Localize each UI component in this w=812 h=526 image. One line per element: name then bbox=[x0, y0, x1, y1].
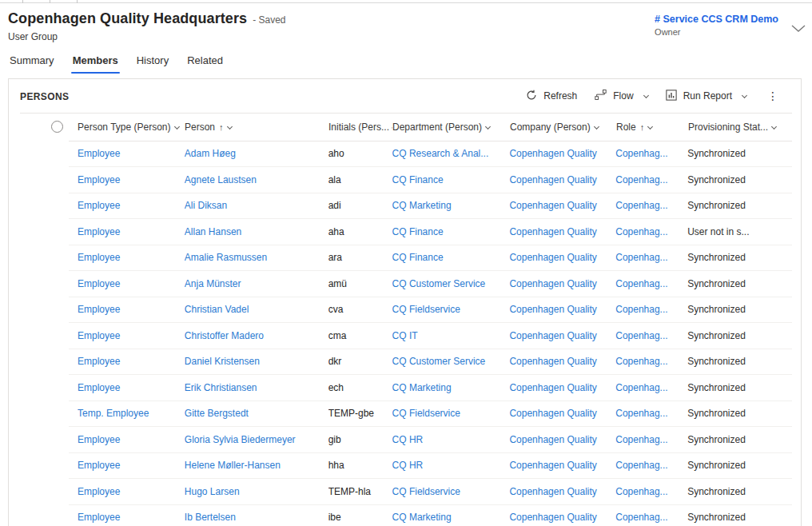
cell-role[interactable]: Copenhag... bbox=[615, 460, 687, 471]
cell-person[interactable]: Agnete Laustsen bbox=[185, 174, 328, 185]
table-row[interactable]: EmployeeAdam HøegahoCQ Research & Anal..… bbox=[69, 141, 792, 168]
cell-department[interactable]: CQ Marketing bbox=[392, 382, 510, 393]
cell-role[interactable]: Copenhag... bbox=[615, 148, 687, 159]
cell-person[interactable]: Helene Møller-Hansen bbox=[185, 460, 328, 471]
cell-role[interactable]: Copenhag... bbox=[615, 486, 687, 497]
column-header-department[interactable]: Department (Person) bbox=[392, 122, 510, 133]
cell-type[interactable]: Employee bbox=[78, 174, 185, 185]
table-row[interactable]: Temp. EmployeeGitte BergstedtTEMP-gbeCQ … bbox=[69, 401, 792, 428]
cell-department[interactable]: CQ Fieldservice bbox=[392, 304, 510, 315]
table-row[interactable]: EmployeeAnja MünsteramüCQ Customer Servi… bbox=[69, 271, 792, 297]
table-row[interactable]: EmployeeAli DiksanadiCQ MarketingCopenha… bbox=[69, 193, 792, 220]
cell-type[interactable]: Employee bbox=[78, 434, 185, 445]
cell-department[interactable]: CQ Finance bbox=[392, 252, 510, 263]
cell-company[interactable]: Copenhagen Quality bbox=[509, 148, 615, 159]
cell-department[interactable]: CQ Finance bbox=[392, 226, 510, 237]
cell-person[interactable]: Ib Bertelsen bbox=[185, 512, 328, 523]
cell-department[interactable]: CQ Fieldservice bbox=[392, 486, 510, 497]
cell-type[interactable]: Employee bbox=[78, 226, 185, 237]
cell-department[interactable]: CQ HR bbox=[392, 434, 510, 445]
table-row[interactable]: EmployeeDaniel KristensendkrCQ Customer … bbox=[69, 349, 792, 376]
cell-type[interactable]: Employee bbox=[78, 304, 185, 315]
cell-company[interactable]: Copenhagen Quality bbox=[509, 434, 615, 445]
tab-members[interactable]: Members bbox=[71, 53, 120, 74]
column-header-status[interactable]: Provisioning Stat... bbox=[688, 122, 793, 133]
cell-department[interactable]: CQ Customer Service bbox=[392, 356, 510, 367]
cell-type[interactable]: Employee bbox=[78, 330, 185, 341]
cell-department[interactable]: CQ Marketing bbox=[392, 512, 510, 523]
cell-type[interactable]: Employee bbox=[78, 356, 185, 367]
cell-department[interactable]: CQ Fieldservice bbox=[392, 408, 510, 419]
cell-company[interactable]: Copenhagen Quality bbox=[509, 278, 615, 289]
cell-department[interactable]: CQ Marketing bbox=[392, 200, 510, 211]
cell-person[interactable]: Amalie Rasmussen bbox=[185, 252, 328, 263]
cell-company[interactable]: Copenhagen Quality bbox=[509, 512, 615, 523]
column-header-role[interactable]: Role↑ bbox=[616, 122, 688, 133]
cell-company[interactable]: Copenhagen Quality bbox=[509, 486, 615, 497]
refresh-button[interactable]: Refresh bbox=[526, 90, 577, 103]
cell-person[interactable]: Allan Hansen bbox=[185, 226, 328, 237]
cell-company[interactable]: Copenhagen Quality bbox=[509, 226, 615, 237]
cell-person[interactable]: Christoffer Madero bbox=[185, 330, 328, 341]
table-row[interactable]: EmployeeAgnete LaustsenalaCQ FinanceCope… bbox=[69, 167, 792, 193]
cell-company[interactable]: Copenhagen Quality bbox=[509, 174, 615, 185]
owner-lookup-link[interactable]: # Service CCS CRM Demo bbox=[655, 14, 778, 25]
table-row[interactable]: EmployeeHelene Møller-HansenhhaCQ HRCope… bbox=[69, 453, 792, 480]
cell-company[interactable]: Copenhagen Quality bbox=[509, 382, 615, 393]
cell-department[interactable]: CQ HR bbox=[392, 460, 510, 471]
cell-person[interactable]: Gloria Sylvia Biedermeyer bbox=[185, 434, 328, 445]
table-row[interactable]: EmployeeHugo LarsenTEMP-hlaCQ Fieldservi… bbox=[69, 479, 792, 505]
column-header-person[interactable]: Person↑ bbox=[185, 122, 328, 133]
table-row[interactable]: EmployeeAmalie RasmussenaraCQ FinanceCop… bbox=[69, 245, 792, 272]
cell-type[interactable]: Employee bbox=[78, 200, 185, 211]
table-row[interactable]: EmployeeGloria Sylvia BiedermeyergibCQ H… bbox=[69, 427, 792, 453]
cell-type[interactable]: Employee bbox=[78, 460, 185, 471]
cell-role[interactable]: Copenhag... bbox=[615, 382, 687, 393]
select-all-radio[interactable] bbox=[51, 121, 63, 133]
cell-role[interactable]: Copenhag... bbox=[615, 408, 687, 419]
cell-role[interactable]: Copenhag... bbox=[615, 252, 687, 263]
cell-type[interactable]: Employee bbox=[78, 486, 185, 497]
table-row[interactable]: EmployeeIb BertelsenibeCQ MarketingCopen… bbox=[69, 505, 792, 526]
tab-summary[interactable]: Summary bbox=[8, 53, 56, 74]
cell-person[interactable]: Daniel Kristensen bbox=[185, 356, 328, 367]
tab-history[interactable]: History bbox=[135, 53, 170, 74]
cell-role[interactable]: Copenhag... bbox=[615, 330, 687, 341]
cell-person[interactable]: Gitte Bergstedt bbox=[185, 408, 328, 419]
table-row[interactable]: EmployeeChristian VadelcvaCQ Fieldservic… bbox=[69, 297, 792, 324]
column-header-type[interactable]: Person Type (Person) bbox=[78, 122, 185, 133]
cell-company[interactable]: Copenhagen Quality bbox=[509, 252, 615, 263]
more-commands-button[interactable]: ⋮ bbox=[764, 90, 782, 102]
table-row[interactable]: EmployeeErik ChristiansenechCQ Marketing… bbox=[69, 375, 792, 401]
cell-department[interactable]: CQ IT bbox=[392, 330, 510, 341]
cell-company[interactable]: Copenhagen Quality bbox=[509, 356, 615, 367]
cell-person[interactable]: Ali Diksan bbox=[185, 200, 328, 211]
cell-person[interactable]: Christian Vadel bbox=[185, 304, 328, 315]
run-report-button[interactable]: Run Report bbox=[666, 90, 746, 103]
cell-role[interactable]: Copenhag... bbox=[615, 356, 687, 367]
cell-department[interactable]: CQ Finance bbox=[392, 174, 510, 185]
cell-department[interactable]: CQ Research & Anal... bbox=[392, 148, 510, 159]
cell-company[interactable]: Copenhagen Quality bbox=[509, 304, 615, 315]
cell-person[interactable]: Anja Münster bbox=[185, 278, 328, 289]
cell-type[interactable]: Temp. Employee bbox=[78, 408, 185, 419]
column-header-initials[interactable]: Initials (Pers... bbox=[328, 122, 392, 133]
table-row[interactable]: EmployeeAllan HansenahaCQ FinanceCopenha… bbox=[69, 219, 792, 245]
cell-role[interactable]: Copenhag... bbox=[615, 278, 687, 289]
tab-related[interactable]: Related bbox=[185, 53, 225, 74]
cell-type[interactable]: Employee bbox=[78, 382, 185, 393]
cell-company[interactable]: Copenhagen Quality bbox=[509, 330, 615, 341]
cell-role[interactable]: Copenhag... bbox=[615, 200, 687, 211]
cell-department[interactable]: CQ Customer Service bbox=[392, 278, 510, 289]
cell-company[interactable]: Copenhagen Quality bbox=[509, 460, 615, 471]
cell-type[interactable]: Employee bbox=[78, 512, 185, 523]
cell-person[interactable]: Erik Christiansen bbox=[185, 382, 328, 393]
cell-role[interactable]: Copenhag... bbox=[615, 512, 687, 523]
cell-company[interactable]: Copenhagen Quality bbox=[509, 408, 615, 419]
header-collapse-chevron-icon[interactable] bbox=[791, 21, 806, 35]
cell-role[interactable]: Copenhag... bbox=[615, 226, 687, 237]
cell-role[interactable]: Copenhag... bbox=[615, 174, 687, 185]
table-row[interactable]: EmployeeChristoffer MaderocmaCQ ITCopenh… bbox=[69, 323, 792, 349]
cell-role[interactable]: Copenhag... bbox=[615, 434, 687, 445]
cell-type[interactable]: Employee bbox=[78, 252, 185, 263]
